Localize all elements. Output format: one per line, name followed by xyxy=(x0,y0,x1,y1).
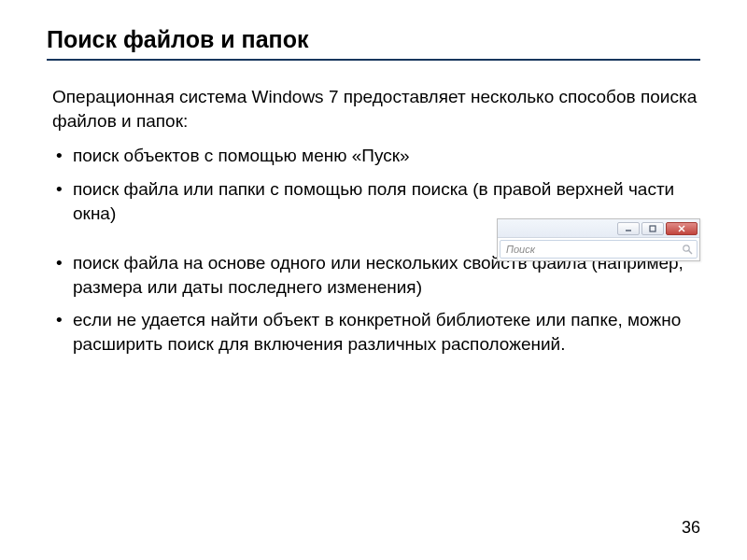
win7-search-illustration: Поиск xyxy=(497,218,700,261)
page-title: Поиск файлов и папок xyxy=(47,26,700,61)
svg-rect-1 xyxy=(650,226,655,231)
window-titlebar xyxy=(498,219,699,238)
close-button xyxy=(666,222,698,235)
search-placeholder: Поиск xyxy=(506,244,535,255)
svg-line-5 xyxy=(689,251,692,254)
list-item: если не удается найти объект в конкретно… xyxy=(52,308,700,356)
slide-content: Поиск файлов и папок Операционная систем… xyxy=(0,0,747,357)
maximize-button xyxy=(641,222,664,235)
minimize-button xyxy=(617,222,640,235)
search-field-row: Поиск xyxy=(498,238,699,260)
list-item: поиск объектов с помощью меню «Пуск» xyxy=(52,144,700,168)
search-icon xyxy=(682,244,693,255)
page-number: 36 xyxy=(682,518,700,538)
lead-paragraph: Операционная система Windows 7 предостав… xyxy=(52,85,700,133)
bullet-list: поиск объектов с помощью меню «Пуск» пои… xyxy=(52,144,700,225)
search-input: Поиск xyxy=(500,240,698,259)
svg-point-4 xyxy=(684,245,689,251)
bullet-list: поиск файла на основе одного или несколь… xyxy=(52,251,700,357)
